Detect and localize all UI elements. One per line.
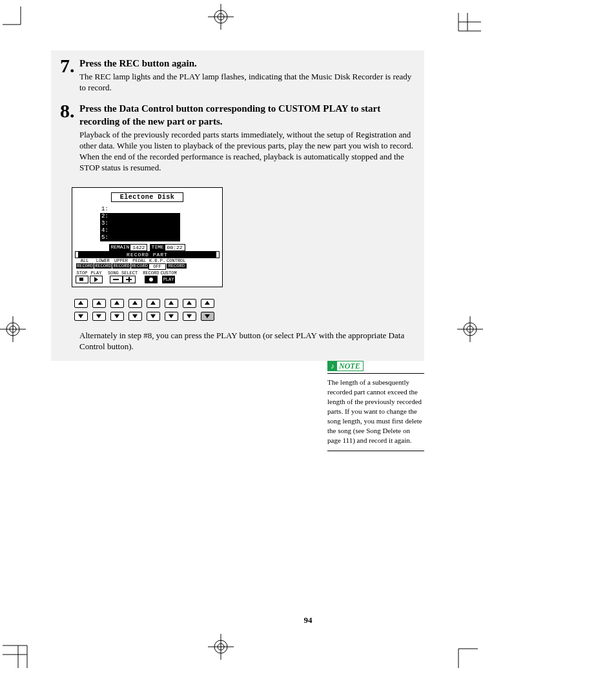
step-number: 7. — [60, 57, 79, 93]
stop-icon — [76, 276, 88, 283]
instruction-panel: 7. Press the REC button again. The REC l… — [51, 50, 424, 361]
lcd-remain-value: 1422 — [130, 244, 147, 251]
dc-up-6[interactable] — [165, 299, 178, 308]
data-control-button-grid — [74, 299, 424, 321]
dc-down-8-selected[interactable] — [201, 312, 214, 321]
custom-play-button: PLAY — [162, 276, 176, 283]
dc-down-2[interactable] — [92, 312, 106, 321]
lcd-time-value: 00:22 — [165, 244, 185, 251]
svg-point-9 — [10, 326, 16, 332]
step-heading: Press the Data Control button correspond… — [79, 102, 414, 128]
step-number: 8. — [60, 102, 79, 173]
svg-point-4 — [214, 640, 227, 653]
note-music-icon: ♪ — [328, 361, 337, 371]
dc-up-2[interactable] — [92, 299, 106, 308]
lcd-song-list: 1: 2: 3: 4: 5: — [101, 206, 212, 241]
regmark-top — [208, 4, 234, 30]
dc-down-3[interactable] — [110, 312, 124, 321]
lcd-remain-label: REMAIN — [109, 244, 130, 251]
dc-up-5[interactable] — [147, 299, 160, 308]
step-text: The REC lamp lights and the PLAY lamp fl… — [79, 71, 414, 93]
lcd-time-label: TIME — [150, 244, 165, 251]
svg-point-13 — [467, 326, 473, 332]
lcd-list-item-selected: 2: 3: 4: 5: — [100, 213, 180, 241]
dc-down-5[interactable] — [147, 312, 160, 321]
dc-down-1[interactable] — [74, 312, 88, 321]
step-text: Playback of the previously recorded part… — [79, 129, 414, 173]
page-number: 94 — [0, 615, 616, 625]
play-icon — [90, 276, 103, 283]
lcd-section-bar: RECORD PART — [76, 252, 219, 258]
note-rule-bottom — [327, 451, 424, 451]
svg-point-8 — [6, 323, 19, 336]
regmark-left — [0, 316, 26, 342]
note-tag: ♪ NOTE — [327, 361, 364, 371]
dc-up-4[interactable] — [128, 299, 142, 308]
plus-icon — [123, 276, 136, 283]
lcd-status-row: REMAIN 1422 TIME 00:22 — [88, 244, 206, 251]
note-sidebar: ♪ NOTE The length of a subesquently reco… — [327, 360, 424, 451]
svg-point-5 — [218, 644, 224, 650]
step-8: 8. Press the Data Control button corresp… — [51, 102, 424, 182]
lcd-screenshot: Electone Disk 1: 2: 3: 4: 5: REMAIN 1422… — [72, 187, 223, 287]
svg-point-0 — [214, 10, 227, 23]
cropmark-bl — [3, 639, 35, 671]
svg-point-1 — [218, 14, 224, 20]
step-7: 7. Press the REC button again. The REC l… — [51, 57, 424, 102]
svg-point-12 — [464, 323, 477, 336]
dc-up-7[interactable] — [183, 299, 196, 308]
cropmark-tr — [452, 6, 484, 39]
cropmark-tl — [3, 6, 28, 32]
record-icon — [145, 276, 158, 283]
lcd-parts-row: ALLRECORD LOWERRECORD UPPERRECORD PEDALR… — [76, 258, 219, 270]
cropmark-br — [452, 642, 478, 668]
minus-icon — [110, 276, 123, 283]
regmark-bottom — [208, 634, 234, 660]
note-body: The length of a subesquently recorded pa… — [327, 374, 424, 451]
regmark-right — [457, 316, 483, 342]
dc-up-8[interactable] — [201, 299, 214, 308]
dc-down-7[interactable] — [183, 312, 196, 321]
lcd-title: Electone Disk — [111, 192, 183, 202]
dc-up-1[interactable] — [74, 299, 88, 308]
lcd-transport-row: STOP PLAY SONG SELECT RECORD CUSTOM PLAY — [76, 270, 219, 283]
dc-down-6[interactable] — [165, 312, 178, 321]
dc-up-3[interactable] — [110, 299, 124, 308]
step-heading: Press the REC button again. — [79, 57, 414, 70]
dc-down-4[interactable] — [128, 312, 142, 321]
lcd-list-item: 1: — [101, 206, 212, 213]
closing-paragraph: Alternately in step #8, you can press th… — [79, 330, 415, 352]
note-label: NOTE — [339, 361, 363, 371]
